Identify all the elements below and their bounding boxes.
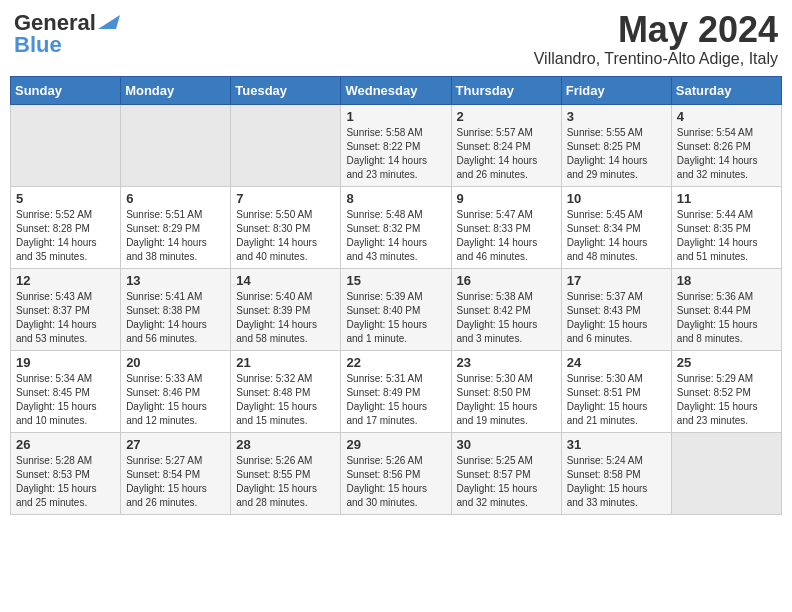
cell-info: Sunrise: 5:33 AM Sunset: 8:46 PM Dayligh… xyxy=(126,372,225,428)
column-header-tuesday: Tuesday xyxy=(231,76,341,104)
calendar-week-row: 26Sunrise: 5:28 AM Sunset: 8:53 PM Dayli… xyxy=(11,432,782,514)
cell-info: Sunrise: 5:26 AM Sunset: 8:56 PM Dayligh… xyxy=(346,454,445,510)
cell-info: Sunrise: 5:26 AM Sunset: 8:55 PM Dayligh… xyxy=(236,454,335,510)
logo-general: General xyxy=(14,10,96,35)
calendar-cell: 21Sunrise: 5:32 AM Sunset: 8:48 PM Dayli… xyxy=(231,350,341,432)
day-number: 29 xyxy=(346,437,445,452)
calendar-cell xyxy=(121,104,231,186)
cell-info: Sunrise: 5:30 AM Sunset: 8:51 PM Dayligh… xyxy=(567,372,666,428)
calendar-table: SundayMondayTuesdayWednesdayThursdayFrid… xyxy=(10,76,782,515)
cell-info: Sunrise: 5:24 AM Sunset: 8:58 PM Dayligh… xyxy=(567,454,666,510)
cell-info: Sunrise: 5:41 AM Sunset: 8:38 PM Dayligh… xyxy=(126,290,225,346)
day-number: 5 xyxy=(16,191,115,206)
column-header-saturday: Saturday xyxy=(671,76,781,104)
calendar-cell: 12Sunrise: 5:43 AM Sunset: 8:37 PM Dayli… xyxy=(11,268,121,350)
calendar-cell: 15Sunrise: 5:39 AM Sunset: 8:40 PM Dayli… xyxy=(341,268,451,350)
calendar-cell: 4Sunrise: 5:54 AM Sunset: 8:26 PM Daylig… xyxy=(671,104,781,186)
day-number: 9 xyxy=(457,191,556,206)
cell-info: Sunrise: 5:45 AM Sunset: 8:34 PM Dayligh… xyxy=(567,208,666,264)
day-number: 11 xyxy=(677,191,776,206)
calendar-cell: 20Sunrise: 5:33 AM Sunset: 8:46 PM Dayli… xyxy=(121,350,231,432)
column-header-thursday: Thursday xyxy=(451,76,561,104)
cell-info: Sunrise: 5:34 AM Sunset: 8:45 PM Dayligh… xyxy=(16,372,115,428)
day-number: 16 xyxy=(457,273,556,288)
day-number: 31 xyxy=(567,437,666,452)
calendar-week-row: 19Sunrise: 5:34 AM Sunset: 8:45 PM Dayli… xyxy=(11,350,782,432)
location-subtitle: Villandro, Trentino-Alto Adige, Italy xyxy=(534,50,778,68)
day-number: 27 xyxy=(126,437,225,452)
cell-info: Sunrise: 5:29 AM Sunset: 8:52 PM Dayligh… xyxy=(677,372,776,428)
calendar-cell: 27Sunrise: 5:27 AM Sunset: 8:54 PM Dayli… xyxy=(121,432,231,514)
calendar-cell: 9Sunrise: 5:47 AM Sunset: 8:33 PM Daylig… xyxy=(451,186,561,268)
cell-info: Sunrise: 5:31 AM Sunset: 8:49 PM Dayligh… xyxy=(346,372,445,428)
calendar-cell: 19Sunrise: 5:34 AM Sunset: 8:45 PM Dayli… xyxy=(11,350,121,432)
logo-wing-icon xyxy=(98,11,120,29)
cell-info: Sunrise: 5:40 AM Sunset: 8:39 PM Dayligh… xyxy=(236,290,335,346)
calendar-cell: 13Sunrise: 5:41 AM Sunset: 8:38 PM Dayli… xyxy=(121,268,231,350)
calendar-cell: 28Sunrise: 5:26 AM Sunset: 8:55 PM Dayli… xyxy=(231,432,341,514)
column-header-sunday: Sunday xyxy=(11,76,121,104)
cell-info: Sunrise: 5:48 AM Sunset: 8:32 PM Dayligh… xyxy=(346,208,445,264)
cell-info: Sunrise: 5:44 AM Sunset: 8:35 PM Dayligh… xyxy=(677,208,776,264)
column-header-friday: Friday xyxy=(561,76,671,104)
calendar-header-row: SundayMondayTuesdayWednesdayThursdayFrid… xyxy=(11,76,782,104)
calendar-cell xyxy=(11,104,121,186)
cell-info: Sunrise: 5:27 AM Sunset: 8:54 PM Dayligh… xyxy=(126,454,225,510)
cell-info: Sunrise: 5:30 AM Sunset: 8:50 PM Dayligh… xyxy=(457,372,556,428)
cell-info: Sunrise: 5:54 AM Sunset: 8:26 PM Dayligh… xyxy=(677,126,776,182)
logo: General Blue xyxy=(14,10,120,58)
day-number: 21 xyxy=(236,355,335,370)
day-number: 14 xyxy=(236,273,335,288)
calendar-cell: 22Sunrise: 5:31 AM Sunset: 8:49 PM Dayli… xyxy=(341,350,451,432)
day-number: 13 xyxy=(126,273,225,288)
day-number: 26 xyxy=(16,437,115,452)
cell-info: Sunrise: 5:43 AM Sunset: 8:37 PM Dayligh… xyxy=(16,290,115,346)
logo-blue: Blue xyxy=(14,32,62,58)
day-number: 4 xyxy=(677,109,776,124)
day-number: 8 xyxy=(346,191,445,206)
day-number: 22 xyxy=(346,355,445,370)
day-number: 28 xyxy=(236,437,335,452)
day-number: 3 xyxy=(567,109,666,124)
calendar-cell: 8Sunrise: 5:48 AM Sunset: 8:32 PM Daylig… xyxy=(341,186,451,268)
day-number: 23 xyxy=(457,355,556,370)
calendar-cell xyxy=(231,104,341,186)
cell-info: Sunrise: 5:58 AM Sunset: 8:22 PM Dayligh… xyxy=(346,126,445,182)
calendar-cell xyxy=(671,432,781,514)
calendar-cell: 16Sunrise: 5:38 AM Sunset: 8:42 PM Dayli… xyxy=(451,268,561,350)
cell-info: Sunrise: 5:38 AM Sunset: 8:42 PM Dayligh… xyxy=(457,290,556,346)
day-number: 25 xyxy=(677,355,776,370)
day-number: 17 xyxy=(567,273,666,288)
day-number: 10 xyxy=(567,191,666,206)
day-number: 1 xyxy=(346,109,445,124)
calendar-cell: 6Sunrise: 5:51 AM Sunset: 8:29 PM Daylig… xyxy=(121,186,231,268)
calendar-cell: 14Sunrise: 5:40 AM Sunset: 8:39 PM Dayli… xyxy=(231,268,341,350)
calendar-cell: 1Sunrise: 5:58 AM Sunset: 8:22 PM Daylig… xyxy=(341,104,451,186)
cell-info: Sunrise: 5:32 AM Sunset: 8:48 PM Dayligh… xyxy=(236,372,335,428)
calendar-cell: 5Sunrise: 5:52 AM Sunset: 8:28 PM Daylig… xyxy=(11,186,121,268)
column-header-wednesday: Wednesday xyxy=(341,76,451,104)
cell-info: Sunrise: 5:28 AM Sunset: 8:53 PM Dayligh… xyxy=(16,454,115,510)
calendar-cell: 2Sunrise: 5:57 AM Sunset: 8:24 PM Daylig… xyxy=(451,104,561,186)
calendar-cell: 10Sunrise: 5:45 AM Sunset: 8:34 PM Dayli… xyxy=(561,186,671,268)
calendar-cell: 18Sunrise: 5:36 AM Sunset: 8:44 PM Dayli… xyxy=(671,268,781,350)
calendar-week-row: 5Sunrise: 5:52 AM Sunset: 8:28 PM Daylig… xyxy=(11,186,782,268)
calendar-cell: 31Sunrise: 5:24 AM Sunset: 8:58 PM Dayli… xyxy=(561,432,671,514)
calendar-week-row: 12Sunrise: 5:43 AM Sunset: 8:37 PM Dayli… xyxy=(11,268,782,350)
day-number: 7 xyxy=(236,191,335,206)
calendar-cell: 30Sunrise: 5:25 AM Sunset: 8:57 PM Dayli… xyxy=(451,432,561,514)
column-header-monday: Monday xyxy=(121,76,231,104)
day-number: 2 xyxy=(457,109,556,124)
day-number: 20 xyxy=(126,355,225,370)
cell-info: Sunrise: 5:55 AM Sunset: 8:25 PM Dayligh… xyxy=(567,126,666,182)
cell-info: Sunrise: 5:39 AM Sunset: 8:40 PM Dayligh… xyxy=(346,290,445,346)
cell-info: Sunrise: 5:50 AM Sunset: 8:30 PM Dayligh… xyxy=(236,208,335,264)
day-number: 15 xyxy=(346,273,445,288)
cell-info: Sunrise: 5:52 AM Sunset: 8:28 PM Dayligh… xyxy=(16,208,115,264)
calendar-cell: 23Sunrise: 5:30 AM Sunset: 8:50 PM Dayli… xyxy=(451,350,561,432)
title-block: May 2024 Villandro, Trentino-Alto Adige,… xyxy=(534,10,778,68)
cell-info: Sunrise: 5:47 AM Sunset: 8:33 PM Dayligh… xyxy=(457,208,556,264)
svg-marker-0 xyxy=(98,15,120,29)
cell-info: Sunrise: 5:25 AM Sunset: 8:57 PM Dayligh… xyxy=(457,454,556,510)
calendar-cell: 29Sunrise: 5:26 AM Sunset: 8:56 PM Dayli… xyxy=(341,432,451,514)
